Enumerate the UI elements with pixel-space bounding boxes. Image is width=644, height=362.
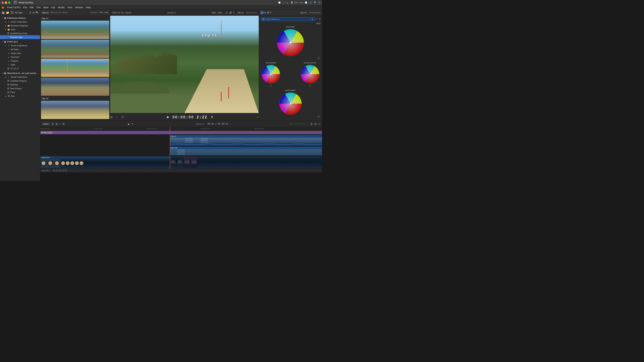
- reset-effect-icon[interactable]: ↺: [318, 18, 320, 20]
- expand-icon[interactable]: ⤢: [316, 18, 318, 20]
- effect-checkbox[interactable]: [262, 18, 264, 20]
- clip-group-2-header: Clip #2: [41, 96, 109, 100]
- list-icon[interactable]: ☰: [52, 122, 54, 125]
- pause-button[interactable]: ⏸: [210, 115, 214, 119]
- library-macintosh-header[interactable]: ▼ 📚 Macintosh H...cts and events: [0, 71, 40, 75]
- lut-icon[interactable]: ◈: [264, 11, 266, 14]
- highlights-reset-icon[interactable]: ↺: [309, 84, 311, 87]
- info-inspector-icon[interactable]: ℹ: [270, 11, 272, 14]
- audio-icon[interactable]: 🔊: [229, 11, 232, 14]
- sidebar-item-new-project[interactable]: 🎬 New Project: [0, 87, 40, 90]
- master-reset-icon[interactable]: ↺: [318, 56, 320, 59]
- clip15-clip[interactable]: Clip #15: [170, 146, 322, 155]
- angel-intro-clip[interactable]: Angel Intro: [40, 156, 170, 169]
- red-pole-1: [228, 87, 229, 98]
- sidebar-item-smart-collections-3[interactable]: ▶ ✦ Smart Collections: [0, 75, 40, 79]
- clip-group-2-label: Clip #2: [42, 97, 48, 100]
- clip-thumb-1[interactable]: [41, 21, 109, 39]
- master-color-wheel[interactable]: [276, 29, 304, 56]
- info-icon[interactable]: ℹ: [233, 11, 234, 14]
- menu-apple[interactable]: 🍎: [2, 6, 4, 9]
- sidebar: 📚 📁 🎬 All Clips ☰ ⊞ 🔍 ▼ 📚 0-Beehave Rebo…: [0, 9, 40, 181]
- sidebar-item-17-12-17[interactable]: 🎬 17-12-17: [0, 67, 40, 70]
- index-label[interactable]: Index: [42, 122, 50, 125]
- boogie-lights-label: Boogie Lights: [41, 132, 52, 133]
- playhead-marker: [67, 61, 68, 75]
- view-dropdown[interactable]: View: [104, 11, 109, 13]
- color-wheels-active-icon[interactable]: [260, 11, 264, 14]
- zoom-in-icon[interactable]: +: [290, 123, 292, 125]
- view-label[interactable]: View: [316, 22, 320, 24]
- midtones-reset-icon[interactable]: ↺: [318, 115, 320, 118]
- library-0-beehave-header[interactable]: ▼ 📚 0-Beehave Reboot: [0, 16, 40, 20]
- clip-thumb-3-selected[interactable]: [41, 59, 109, 77]
- sidebar-item-establishing-shots[interactable]: 🎬 Establishing shots: [0, 31, 40, 35]
- menu-trim[interactable]: Trim: [36, 6, 41, 9]
- close-button[interactable]: [2, 1, 4, 4]
- layout-icon[interactable]: ⊞: [110, 115, 112, 119]
- sidebar-item-audio-only[interactable]: ✦ Audio Only: [0, 51, 40, 55]
- shadows-reset-icon[interactable]: ↺: [270, 84, 272, 87]
- clip-thumb-2[interactable]: [41, 40, 109, 58]
- sidebar-item-stills[interactable]: ✦ Stills: [0, 63, 40, 67]
- sidebar-item-test[interactable]: ▶ 🎬 Test: [0, 94, 40, 98]
- sidebar-item-all-video[interactable]: ✦ All Video: [0, 47, 40, 51]
- viewer-zoom[interactable]: 90%: [212, 11, 216, 14]
- minimize-button[interactable]: [5, 1, 7, 4]
- tool-dropdown[interactable]: ▼: [132, 123, 134, 125]
- menu-mark[interactable]: Mark: [44, 6, 49, 9]
- menu-modify[interactable]: Modify: [58, 6, 64, 9]
- viewer-view-btn[interactable]: View: [218, 11, 222, 14]
- sidebar-item-smart-collections-1[interactable]: ▶ ✦ Smart Collections: [0, 20, 40, 24]
- clip1-video-clip[interactable]: Clip #1: [170, 135, 322, 146]
- pause-timeline-icon[interactable]: ⏸: [310, 122, 313, 125]
- sidebar-item-smart-collections-2[interactable]: ▼ ✦ Smart Collections: [0, 44, 40, 47]
- menu-window[interactable]: Window: [75, 6, 83, 9]
- group-icon[interactable]: ↕: [60, 122, 61, 125]
- right-clip-section[interactable]: [170, 156, 322, 169]
- fullscreen-button[interactable]: [8, 1, 10, 4]
- grid-view-icon[interactable]: ⊞: [32, 11, 34, 14]
- play-button[interactable]: ▶: [167, 115, 169, 119]
- shadows-color-wheel[interactable]: [261, 64, 280, 84]
- menu-edit[interactable]: Edit: [30, 6, 34, 9]
- sidebar-item-paris[interactable]: 🎬 Paris: [0, 90, 40, 94]
- select-tool-icon[interactable]: ▲: [127, 122, 130, 125]
- sidebar-item-updated-projects[interactable]: 🎬 Updated Projects: [0, 79, 40, 83]
- filmframe: [185, 138, 193, 143]
- sidebar-search-icon[interactable]: 🔍: [36, 11, 38, 14]
- transform-icon[interactable]: ↔: [116, 115, 118, 119]
- menu-view[interactable]: View: [67, 6, 72, 9]
- boogie-lights-clip[interactable]: Boogie Lights: [40, 131, 322, 134]
- sidebar-item-clips[interactable]: ▶ 📁 Clips: [0, 27, 40, 31]
- menu-help[interactable]: Help: [86, 6, 91, 9]
- list-view-icon[interactable]: ☰: [29, 11, 32, 14]
- highlights-color-wheel[interactable]: [300, 64, 320, 84]
- clip-thumb-5[interactable]: [41, 101, 109, 119]
- library-fcpx-header[interactable]: ▼ 📚 FCPX 10.4: [0, 40, 40, 44]
- clip-box-icon[interactable]: ⊡: [314, 122, 317, 125]
- clip-thumb-4[interactable]: [41, 77, 109, 96]
- sidebar-item-beehave-originals[interactable]: ▶ 📁 Beehave Originals: [0, 24, 40, 27]
- expand-timeline-icon[interactable]: ⤢: [318, 122, 320, 125]
- spotlight-icon[interactable]: 🔍: [314, 1, 317, 4]
- effect-dropdown[interactable]: Color Wheels 1 ▼: [260, 17, 315, 21]
- control-center-icon[interactable]: ☰: [318, 1, 320, 4]
- projects-label: Projects: [11, 60, 18, 62]
- settings-icon[interactable]: ⚙: [62, 122, 65, 125]
- speed-icon[interactable]: ⏱: [121, 115, 124, 119]
- menu-file[interactable]: File: [23, 6, 27, 9]
- fullscreen-icon[interactable]: ⤢: [256, 115, 259, 119]
- zoom-out-icon[interactable]: -: [308, 123, 308, 125]
- midtones-color-wheel[interactable]: [279, 92, 302, 115]
- clip-appearance-icon[interactable]: 🎥: [225, 11, 228, 14]
- sidebar-item-favorites[interactable]: ✦ Favorites: [0, 55, 40, 59]
- sidebar-item-reboot-clips[interactable]: 🎬 Reboot Clips: [0, 35, 40, 39]
- clip-options-icon[interactable]: ⊞: [56, 122, 58, 125]
- sidebar-item-projects[interactable]: ✦ Projects: [0, 59, 40, 63]
- audio-inspector-icon[interactable]: 🔊: [267, 11, 270, 14]
- sidebar-item-birthday[interactable]: 🎬 Birthday: [0, 83, 40, 87]
- menu-fcp[interactable]: Final Cut Pro: [7, 6, 20, 9]
- zoom-slider[interactable]: [294, 124, 306, 124]
- menu-clip[interactable]: Clip: [51, 6, 55, 9]
